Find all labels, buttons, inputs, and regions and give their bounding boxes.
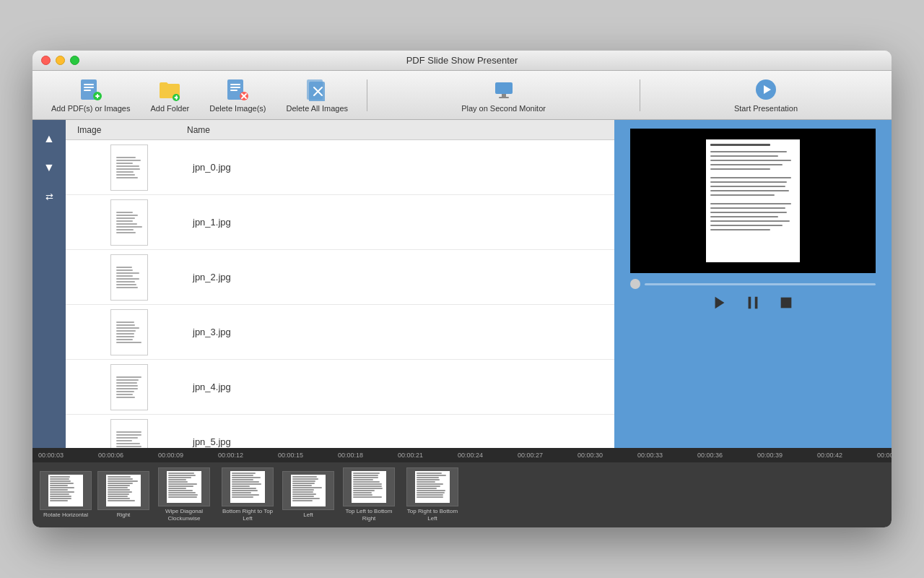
play-monitor-icon <box>492 78 515 101</box>
file-name: jpn_3.jpg <box>187 327 231 337</box>
clip-label: Top Right to Bottom Left <box>404 508 461 522</box>
delete-all-label: Delete All Images <box>287 104 349 113</box>
file-row[interactable]: jpn_1.jpg <box>66 195 614 250</box>
ruler-tick: 00:00:15 <box>278 452 338 459</box>
clip-thumbnail <box>97 471 149 510</box>
ruler-tick: 00:00:33 <box>637 452 697 459</box>
preview-panel <box>614 120 892 448</box>
svg-rect-30 <box>781 298 792 309</box>
timeline-ruler: 00:00:0300:00:0600:00:0900:00:1200:00:15… <box>32 448 892 462</box>
clip-label: Bottom Right to Top Left <box>219 508 276 522</box>
add-pdf-label: Add PDF(s) or Images <box>51 104 130 113</box>
file-name: jpn_2.jpg <box>187 272 231 282</box>
ruler-tick: 00:00:21 <box>398 452 458 459</box>
file-list-body[interactable]: jpn_0.jpgjpn_1.jpgjpn_2.jpgjpn_3.jpgjpn_… <box>66 140 614 448</box>
minimize-button[interactable] <box>56 56 65 65</box>
timeline-tracks[interactable]: Rotate HorizontalRightWipe Diagonal Cloc… <box>32 462 892 527</box>
titlebar: PDF Slide Show Presenter <box>32 51 892 71</box>
ruler-tick: 00:00:42 <box>817 452 877 459</box>
clip-label: Wipe Diagonal Clockunwise <box>155 508 213 522</box>
ruler-tick: 00:00:39 <box>757 452 817 459</box>
clip-label: Top Left to Bottom Right <box>340 508 398 522</box>
toolbar: Add PDF(s) or Images Add Folder <box>32 71 892 120</box>
pause-button[interactable] <box>745 295 761 315</box>
file-row[interactable]: jpn_2.jpg <box>66 250 614 305</box>
svg-rect-28 <box>749 297 751 309</box>
timeline-section: 00:00:0300:00:0600:00:0900:00:1200:00:15… <box>32 448 892 527</box>
svg-rect-14 <box>230 90 237 91</box>
toolbar-separator-2 <box>640 79 640 111</box>
clip-label: Left <box>303 512 313 519</box>
ruler-tick: 00:00:45 <box>877 452 892 459</box>
start-presentation-button[interactable]: Start Presentation <box>727 74 805 117</box>
timeline-clip[interactable]: Top Left to Bottom Right <box>339 466 399 523</box>
clip-thumbnail <box>40 471 92 510</box>
svg-rect-22 <box>495 82 513 94</box>
file-name: jpn_5.jpg <box>187 436 231 447</box>
play-button[interactable] <box>712 295 728 315</box>
move-down-button[interactable]: ▼ <box>36 155 62 181</box>
file-thumbnail <box>110 309 148 355</box>
ruler-tick: 00:00:03 <box>38 452 98 459</box>
svg-rect-12 <box>230 84 240 85</box>
delete-images-label: Delete Image(s) <box>209 104 266 113</box>
file-name: jpn_0.jpg <box>187 162 231 173</box>
delete-images-icon <box>226 78 249 101</box>
delete-images-button[interactable]: Delete Image(s) <box>202 74 273 117</box>
file-row[interactable]: jpn_3.jpg <box>66 305 614 360</box>
timeline-clip[interactable]: Wipe Diagonal Clockunwise <box>154 466 214 523</box>
add-pdf-icon <box>79 78 103 101</box>
ruler-tick: 00:00:30 <box>578 452 637 459</box>
clip-thumbnail <box>222 467 274 506</box>
ruler-tick: 00:00:12 <box>218 452 278 459</box>
clip-thumbnail <box>158 467 210 506</box>
slider-dot <box>630 279 640 289</box>
preview-slider-row <box>630 279 876 289</box>
ruler-tick: 00:00:06 <box>98 452 158 459</box>
col-image-header: Image <box>66 125 181 135</box>
doc-title-line <box>710 144 770 146</box>
shuffle-button[interactable]: ⇄ <box>36 184 62 210</box>
col-name-header: Name <box>181 125 614 135</box>
ruler-tick: 00:00:09 <box>158 452 218 459</box>
nav-sidebar: ▲ ▼ ⇄ <box>32 120 66 448</box>
timeline-clip[interactable]: Rotate Horizontal <box>38 470 93 520</box>
add-folder-button[interactable]: Add Folder <box>143 74 196 117</box>
file-row[interactable]: jpn_4.jpg <box>66 360 614 415</box>
preview-video <box>630 129 876 273</box>
file-thumbnail <box>110 419 148 449</box>
timeline-clip[interactable]: Right <box>96 470 151 520</box>
clip-thumbnail <box>343 467 395 506</box>
file-list-panel: Image Name jpn_0.jpgjpn_1.jpgjpn_2.jpgjp… <box>66 120 614 448</box>
svg-rect-6 <box>97 94 98 98</box>
delete-all-button[interactable]: Delete All Images <box>279 74 356 117</box>
file-row[interactable]: jpn_5.jpg <box>66 415 614 448</box>
file-row[interactable]: jpn_0.jpg <box>66 140 614 195</box>
ruler-tick: 00:00:27 <box>518 452 578 459</box>
play-monitor-button[interactable]: Play on Second Monitor <box>454 74 553 117</box>
clip-label: Right <box>117 512 131 519</box>
file-thumbnail <box>110 254 148 301</box>
ruler-labels: 00:00:0300:00:0600:00:0900:00:1200:00:15… <box>38 452 886 459</box>
file-list-header: Image Name <box>66 120 614 140</box>
add-folder-label: Add Folder <box>150 104 189 113</box>
timeline-clip[interactable]: Top Right to Bottom Left <box>402 466 463 523</box>
slider-track[interactable] <box>645 283 876 285</box>
play-monitor-label: Play on Second Monitor <box>461 104 546 113</box>
svg-rect-29 <box>755 297 758 309</box>
timeline-clip[interactable]: Bottom Right to Top Left <box>217 466 278 523</box>
clip-thumbnail <box>282 471 334 510</box>
close-button[interactable] <box>41 56 51 65</box>
file-thumbnail <box>110 364 148 410</box>
stop-button[interactable] <box>778 295 794 315</box>
add-pdf-button[interactable]: Add PDF(s) or Images <box>44 74 137 117</box>
maximize-button[interactable] <box>70 56 79 65</box>
preview-controls <box>712 295 794 315</box>
move-up-button[interactable]: ▲ <box>36 126 62 152</box>
svg-rect-13 <box>230 87 240 88</box>
file-thumbnail <box>110 199 148 246</box>
timeline-clip[interactable]: Left <box>281 470 336 520</box>
start-presentation-icon <box>754 78 777 101</box>
file-name: jpn_1.jpg <box>187 217 231 228</box>
start-presentation-label: Start Presentation <box>734 104 798 113</box>
